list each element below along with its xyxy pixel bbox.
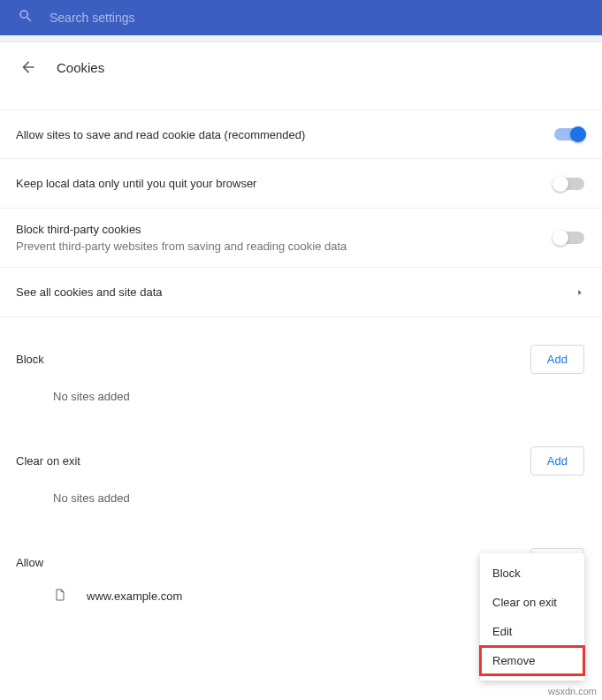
divider — [0, 35, 602, 42]
site-url: www.example.com — [87, 590, 182, 603]
page-header: Cookies — [0, 42, 602, 94]
chevron-right-icon — [575, 285, 584, 301]
setting-block-third-party: Block third-party cookies Prevent third-… — [0, 209, 602, 268]
document-icon — [53, 588, 67, 605]
search-input[interactable] — [50, 11, 584, 25]
menu-item-remove[interactable]: Remove — [480, 646, 584, 675]
context-menu: Block Clear on exit Edit Remove — [480, 553, 584, 681]
setting-label: Allow sites to save and read cookie data… — [16, 128, 305, 141]
back-arrow-icon[interactable] — [19, 58, 37, 76]
setting-label: Block third-party cookies — [16, 223, 347, 236]
section-title-block: Block — [16, 353, 44, 366]
setting-sublabel: Prevent third-party websites from saving… — [16, 240, 347, 253]
menu-item-block[interactable]: Block — [480, 559, 584, 588]
setting-label: See all cookies and site data — [16, 285, 163, 299]
setting-keep-local: Keep local data only until you quit your… — [0, 159, 602, 209]
block-empty-text: No sites added — [16, 374, 584, 419]
page-title: Cookies — [57, 60, 104, 75]
watermark: wsxdn.com — [548, 686, 597, 696]
section-title-clear: Clear on exit — [16, 454, 80, 468]
setting-allow-cookies: Allow sites to save and read cookie data… — [0, 110, 602, 159]
setting-label: Keep local data only until you quit your… — [16, 177, 256, 190]
section-clear: Clear on exit Add No sites added — [0, 419, 602, 521]
toggle-allow-cookies[interactable] — [554, 128, 584, 141]
section-block: Block Add No sites added — [0, 317, 602, 419]
toggle-keep-local[interactable] — [554, 178, 584, 190]
nav-see-all-cookies[interactable]: See all cookies and site data — [0, 268, 602, 317]
search-icon — [18, 8, 34, 27]
menu-item-edit[interactable]: Edit — [480, 617, 584, 646]
search-bar — [0, 0, 602, 35]
clear-empty-text: No sites added — [16, 476, 584, 521]
section-title-allow: Allow — [16, 556, 43, 569]
add-block-button[interactable]: Add — [530, 345, 584, 374]
menu-item-clear-on-exit[interactable]: Clear on exit — [480, 588, 584, 617]
add-clear-button[interactable]: Add — [530, 446, 584, 476]
toggle-block-third-party[interactable] — [554, 232, 584, 244]
